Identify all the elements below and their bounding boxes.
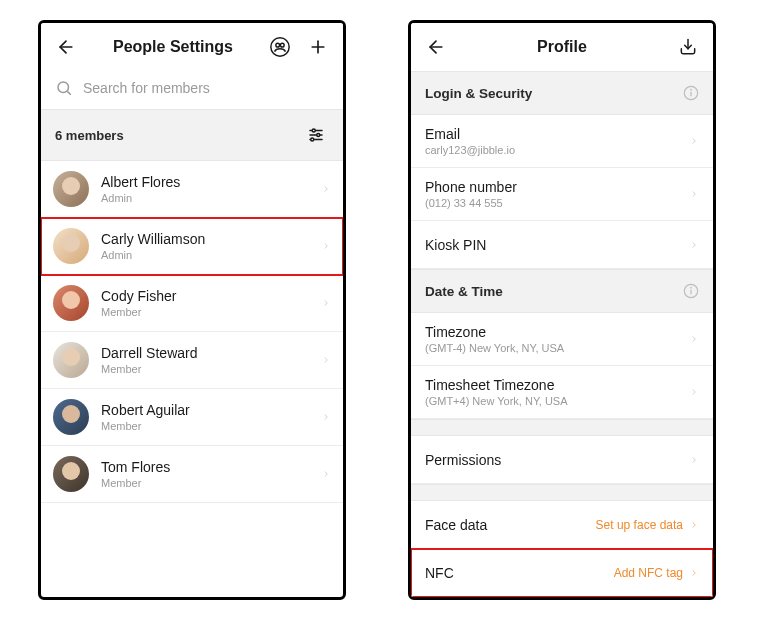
kiosk-label: Kiosk PIN [425,237,689,253]
phone-label: Phone number [425,179,689,195]
info-icon [683,283,699,299]
page-title: People Settings [79,38,267,56]
svg-point-9 [312,129,315,132]
chevron-right-icon [321,352,331,368]
chevron-right-icon [321,238,331,254]
arrow-left-icon [426,37,446,57]
member-role: Member [101,363,309,375]
svg-point-21 [691,287,692,288]
section-label: Login & Security [425,86,532,101]
nfc-action: Add NFC tag [614,566,683,580]
filter-button[interactable] [303,122,329,148]
svg-line-7 [67,91,70,94]
member-role: Member [101,420,309,432]
header: Profile [411,23,713,71]
download-button[interactable] [675,34,701,60]
row-face-data[interactable]: Face data Set up face data [411,501,713,549]
svg-point-18 [691,89,692,90]
member-name: Tom Flores [101,459,309,475]
nfc-label: NFC [425,565,614,581]
members-list: Albert Flores Admin Carly Williamson Adm… [41,161,343,503]
chevron-right-icon [689,384,699,400]
row-timesheet-timezone[interactable]: Timesheet Timezone (GMT+4) New York, NY,… [411,366,713,419]
timesheet-tz-value: (GMT+4) New York, NY, USA [425,395,689,407]
back-button[interactable] [423,34,449,60]
member-name: Albert Flores [101,174,309,190]
svg-point-6 [58,82,69,93]
member-role: Member [101,306,309,318]
search-icon [55,79,73,97]
chevron-right-icon [689,517,699,533]
member-row[interactable]: Carly Williamson Admin [41,218,343,275]
info-icon [683,85,699,101]
member-row[interactable]: Albert Flores Admin [41,161,343,218]
avatar [53,285,89,321]
row-timezone[interactable]: Timezone (GMT-4) New York, NY, USA [411,313,713,366]
members-count-label: 6 members [55,128,124,143]
arrow-left-icon [56,37,76,57]
chevron-right-icon [321,466,331,482]
section-gap [411,484,713,501]
chevron-right-icon [689,237,699,253]
info-button[interactable] [683,283,699,299]
row-phone[interactable]: Phone number (012) 33 44 555 [411,168,713,221]
section-login-security: Login & Security [411,71,713,115]
chevron-right-icon [321,295,331,311]
member-role: Admin [101,249,309,261]
chevron-right-icon [689,186,699,202]
svg-point-2 [276,43,280,47]
svg-point-3 [280,43,284,47]
timesheet-tz-label: Timesheet Timezone [425,377,689,393]
people-group-icon [269,36,291,58]
avatar [53,228,89,264]
chevron-right-icon [321,181,331,197]
section-label: Date & Time [425,284,503,299]
svg-point-13 [311,138,314,141]
search-row[interactable]: Search for members [41,71,343,109]
info-button[interactable] [683,85,699,101]
row-kiosk-pin[interactable]: Kiosk PIN [411,221,713,269]
email-label: Email [425,126,689,142]
facedata-label: Face data [425,517,596,533]
people-settings-screen: People Settings Search for members 6 mem… [38,20,346,600]
header: People Settings [41,23,343,71]
member-role: Admin [101,192,309,204]
sliders-icon [307,126,325,144]
profile-screen: Profile Login & Security Email carly123@… [408,20,716,600]
svg-point-1 [271,38,289,56]
email-value: carly123@jibble.io [425,144,689,156]
people-group-button[interactable] [267,34,293,60]
member-name: Robert Aguilar [101,402,309,418]
back-button[interactable] [53,34,79,60]
member-row[interactable]: Cody Fisher Member [41,275,343,332]
member-name: Cody Fisher [101,288,309,304]
member-row[interactable]: Robert Aguilar Member [41,389,343,446]
svg-point-11 [317,134,320,137]
member-row[interactable]: Darrell Steward Member [41,332,343,389]
search-placeholder: Search for members [83,80,210,96]
avatar [53,456,89,492]
row-nfc[interactable]: NFC Add NFC tag [411,549,713,597]
chevron-right-icon [689,565,699,581]
avatar [53,399,89,435]
chevron-right-icon [689,452,699,468]
member-name: Darrell Steward [101,345,309,361]
member-role: Member [101,477,309,489]
row-email[interactable]: Email carly123@jibble.io [411,115,713,168]
phone-value: (012) 33 44 555 [425,197,689,209]
row-permissions[interactable]: Permissions [411,436,713,484]
plus-icon [308,37,328,57]
avatar [53,171,89,207]
chevron-right-icon [689,331,699,347]
member-row[interactable]: Tom Flores Member [41,446,343,503]
chevron-right-icon [321,409,331,425]
section-date-time: Date & Time [411,269,713,313]
avatar [53,342,89,378]
download-tray-icon [678,37,698,57]
members-count-bar: 6 members [41,109,343,161]
section-gap [411,419,713,436]
page-title: Profile [449,38,675,56]
timezone-value: (GMT-4) New York, NY, USA [425,342,689,354]
add-button[interactable] [305,34,331,60]
timezone-label: Timezone [425,324,689,340]
